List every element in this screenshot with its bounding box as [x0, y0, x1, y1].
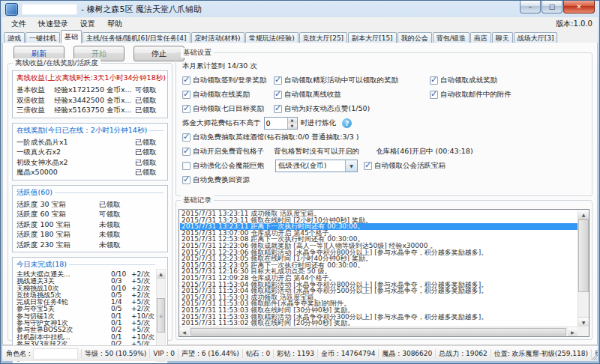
- tab-dungeon-hall[interactable]: 副本大厅[15]: [348, 32, 396, 43]
- status-badge: 可领取: [135, 85, 164, 95]
- auto-mail-attachment-checkbox[interactable]: 自动收取邮件中的附件: [430, 90, 512, 100]
- title-bar[interactable]: - 橡树之森5区 魔法天堂八爪辅助 – □ ✕: [1, 1, 599, 17]
- log-horizontal-scrollbar[interactable]: ◀ ▶: [179, 327, 578, 336]
- tab-strip: 游戏 一键挂机 基础 主线/任务链/随机[6]/日常任务[4] 定时活动(材料)…: [2, 31, 598, 43]
- checkbox-icon: [430, 91, 438, 99]
- scrollbar-thumb[interactable]: [190, 328, 566, 336]
- location-status: 位置: 欢乐魔窟-初级(259,118): [494, 349, 588, 359]
- scroll-down-icon[interactable]: ▼: [578, 317, 589, 327]
- guild-cannon-row: 自动强化公会魔能巨炮 低级强化(金币) ▼ 自动领取公会活跃宝箱: [182, 159, 586, 173]
- status-bar: 角色名 : 等级 : 50 (10.59%) VIP : 0 声望 : 6 (1…: [2, 345, 598, 361]
- alchemy-label: 炼金大师花费钻石不高于: [182, 118, 261, 128]
- tab-my-guild[interactable]: 我的公会: [398, 32, 432, 43]
- activity-row: 活跃度 30 宝箱 已领取: [16, 199, 164, 210]
- basic-tab-page: 刷新 开始 停止 离线收益/在线奖励/活跃度 离线收益(上次离线时长:3天1小时…: [2, 43, 598, 345]
- scroll-up-icon[interactable]: ▲: [157, 270, 165, 279]
- activity-box: 活跃值(60) 活跃度 30 宝箱 已领取 活跃度 60 宝箱 可领取 活跃度 …: [12, 185, 168, 253]
- resize-grip[interactable]: [590, 354, 597, 360]
- settings-row-1: 自动领取签到/登录奖励 自动领取精彩活动中可以领取的奖励 自动领取成就奖励: [182, 73, 586, 88]
- alchemy-value-input[interactable]: [265, 118, 287, 129]
- tab-mainline-daily[interactable]: 主线/任务链/随机[6]/日常任务[4]: [82, 32, 190, 43]
- log-vertical-scrollbar[interactable]: ▲ ▼: [578, 210, 589, 327]
- auto-event-reward-checkbox[interactable]: 自动领取精彩活动中可以领取的奖励: [274, 76, 430, 85]
- alchemy-spinner[interactable]: ▲ ▼: [264, 117, 298, 130]
- status-badge: 已领取: [135, 167, 164, 178]
- online-reward-header: 在线奖励(今日已在线：2小时1分钟14秒): [16, 126, 164, 136]
- tab-bag-forge[interactable]: 背包/锻造: [433, 32, 470, 43]
- alchemy-suffix-label: 时进行炼化: [301, 118, 337, 128]
- close-button[interactable]: ✕: [563, 1, 595, 13]
- auto-tavern-draw-checkbox[interactable]: 自动免费抽取英雄酒馆(钻石抽取:0/0 普通抽取:3/3 ): [182, 133, 358, 142]
- basic-settings-group: 基础设置 本月累计签到 14/30 次 自动领取签到/登录奖励 自动领取精彩活动…: [176, 52, 592, 196]
- scrollbar-thumb[interactable]: [578, 219, 589, 292]
- bag-status-text: 背包格暂时没有可以开启的: [274, 147, 359, 157]
- tab-basic[interactable]: 基础: [61, 30, 82, 43]
- menu-quick-login[interactable]: 快速登录: [32, 18, 74, 30]
- status-badge: 已领取: [99, 199, 128, 210]
- tab-game[interactable]: 游戏: [4, 32, 25, 43]
- basic-log-group: 基础记录 2015/7/31 13:23:11 成功领取 活跃度宝箱。 2015…: [176, 200, 592, 340]
- status-badge: 可领取: [99, 209, 128, 219]
- auto-signin-reward-checkbox[interactable]: 自动领取签到/登录奖励: [182, 76, 274, 85]
- activity-header: 活跃值(60): [16, 188, 164, 198]
- settings-row-2: 自动领取在线奖励 自动领取离线收益 自动收取邮件中的附件: [182, 88, 586, 102]
- scrollbar-thumb[interactable]: ≡: [157, 298, 165, 333]
- minimize-button[interactable]: –: [520, 1, 541, 13]
- spinner-down-icon[interactable]: ▼: [287, 124, 297, 130]
- auto-achievement-reward-checkbox[interactable]: 自动领取成就奖励: [430, 76, 497, 85]
- tavern-row: 自动免费抽取英雄酒馆(钻石抽取:0/0 普通抽取:3/3 ): [182, 130, 586, 145]
- tab-battlefield-hall[interactable]: 战场大厅[3]: [514, 32, 558, 43]
- character-name-label: 角色名 :: [6, 349, 31, 359]
- vip-status: VIP : 0: [153, 350, 175, 357]
- settings-row-3: 自动领取七日目标奖励 自动为好友动态点赞(1/50): [182, 102, 586, 116]
- online-row: 一级真火石x2 已领取: [16, 147, 164, 157]
- offline-row: 三倍收益 经验x5163750 金币x... 已领取: [16, 105, 164, 115]
- menu-help[interactable]: 帮助: [101, 18, 128, 30]
- character-name-value: [33, 348, 78, 360]
- online-row: 初级女神水晶x2 已领取: [16, 157, 164, 168]
- tab-chat[interactable]: 聊天: [492, 32, 513, 43]
- reputation-status: 声望 : 6 (16.44%): [182, 349, 239, 359]
- activity-row: 活跃度 180 宝箱 未领取: [16, 229, 164, 240]
- tab-regular-play[interactable]: 常规玩法(经验): [245, 32, 298, 43]
- auto-friend-like-checkbox[interactable]: 自动为好友动态点赞(1/50): [274, 104, 370, 114]
- menu-file[interactable]: 文件: [5, 18, 32, 30]
- scroll-up-icon[interactable]: ▲: [578, 210, 589, 219]
- status-badge: 已领取: [135, 105, 164, 115]
- chevron-down-icon: ▼: [345, 160, 357, 172]
- gold-status: 金币 : 14764794: [321, 349, 376, 359]
- offline-income-box: 离线收益(上次离线时长:3天1小时34分钟18秒) 基本收益 经验x172125…: [12, 70, 168, 118]
- scroll-right-icon[interactable]: ▶: [568, 327, 578, 336]
- auto-redeem-resource-checkbox[interactable]: 自动免费换回资源: [182, 175, 250, 185]
- log-listbox[interactable]: 2015/7/31 13:23:11 成功领取 活跃度宝箱。 2015/7/31…: [178, 209, 590, 337]
- tab-arena-hall[interactable]: 竞技大厅[25]: [299, 32, 347, 43]
- checkbox-icon: [182, 105, 190, 113]
- cannon-strengthen-select[interactable]: 低级强化(金币) ▼: [275, 160, 358, 172]
- auto-seven-day-goal-checkbox[interactable]: 自动领取七日目标奖励: [182, 104, 274, 114]
- checkbox-icon: [364, 162, 372, 170]
- auto-offline-income-checkbox[interactable]: 自动领取离线收益: [274, 90, 430, 100]
- auto-guild-chest-checkbox[interactable]: 自动领取公会活跃宝箱: [364, 161, 446, 171]
- auto-online-reward-checkbox[interactable]: 自动领取在线奖励: [182, 90, 274, 100]
- maximize-button[interactable]: □: [542, 1, 562, 13]
- status-badge: 未领取: [99, 219, 128, 230]
- auto-open-bag-slot-checkbox[interactable]: 自动开启免费背包格子: [182, 147, 274, 157]
- activity-row: 活跃度 60 宝箱 可领取: [16, 209, 164, 219]
- tab-one-key[interactable]: 一键挂机: [26, 32, 60, 43]
- offline-income-header: 离线收益(上次离线时长:3天1小时34分钟18秒): [16, 73, 164, 83]
- scrollbar-corner: [578, 327, 589, 336]
- online-reward-box: 在线奖励(今日已在线：2小时1分钟14秒) 一阶成长晶片x1 已领取 一级真火石…: [12, 123, 168, 181]
- tab-timed-activity[interactable]: 定时活动(材料): [191, 32, 244, 43]
- online-row: 魔晶x50000 已领取: [16, 167, 164, 178]
- total-power-status: 总战力 : 19062: [439, 349, 487, 359]
- help-icon[interactable]: ?: [342, 118, 352, 128]
- menu-settings[interactable]: 设置: [74, 18, 101, 30]
- spinner-up-icon[interactable]: ▲: [287, 118, 297, 124]
- log-rows: 2015/7/31 13:23:11 成功领取 活跃度宝箱。 2015/7/31…: [180, 210, 578, 327]
- signin-summary-row: 本月累计签到 14/30 次: [182, 59, 586, 73]
- status-badge: 已领取: [135, 157, 164, 168]
- tab-shop[interactable]: 商店: [470, 32, 491, 43]
- rewards-group-title: 离线收益/在线奖励/活跃度: [13, 58, 100, 68]
- auto-guild-cannon-checkbox[interactable]: 自动强化公会魔能巨炮: [182, 161, 274, 171]
- scroll-left-icon[interactable]: ◀: [179, 327, 189, 336]
